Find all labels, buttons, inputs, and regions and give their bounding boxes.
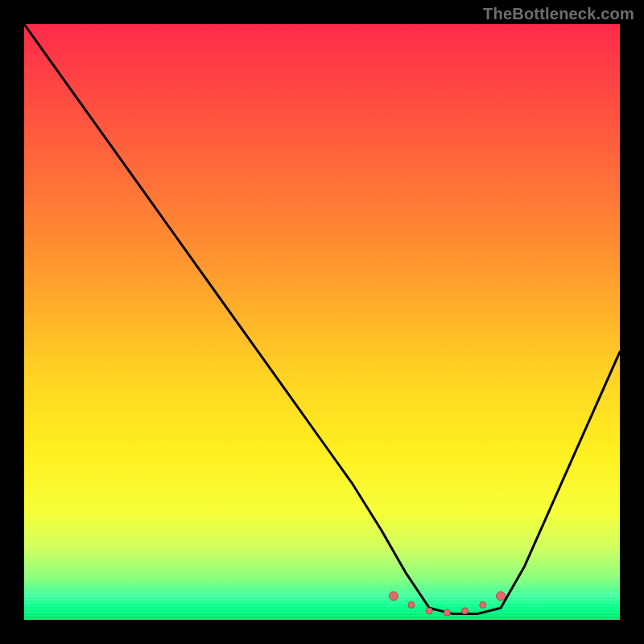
marker-dot (408, 602, 415, 609)
watermark-text: TheBottleneck.com (483, 5, 634, 23)
bottleneck-curve-line (24, 24, 620, 614)
marker-dot (426, 608, 432, 614)
chart-frame: TheBottleneck.com (0, 0, 644, 644)
marker-dot (497, 592, 506, 601)
plot-area (24, 24, 620, 620)
marker-dot (444, 609, 450, 616)
marker-dot (389, 592, 398, 601)
marker-dot (462, 608, 469, 614)
marker-dot (480, 602, 486, 609)
chart-svg (24, 24, 620, 620)
